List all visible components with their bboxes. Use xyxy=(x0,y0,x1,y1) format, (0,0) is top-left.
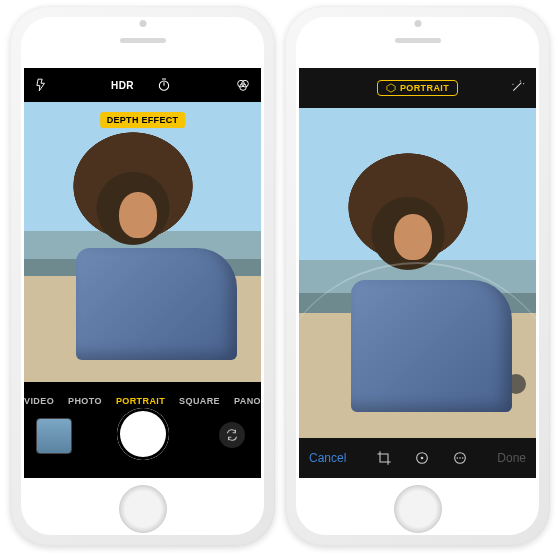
timer-icon[interactable] xyxy=(156,77,172,93)
front-camera-dot xyxy=(139,20,146,27)
svg-point-11 xyxy=(459,457,461,459)
shutter-button[interactable] xyxy=(117,408,169,460)
filters-icon[interactable] xyxy=(235,77,251,93)
depth-effect-badge: DEPTH EFFECT xyxy=(100,112,186,128)
mode-portrait[interactable]: PORTRAIT xyxy=(116,396,165,406)
phone-frame-right: NATURAL LIGHT PORTRAIT Cancel xyxy=(285,6,550,546)
svg-marker-6 xyxy=(387,84,395,92)
last-photo-thumbnail[interactable] xyxy=(36,418,72,454)
lighting-option-dot[interactable] xyxy=(486,362,506,382)
mode-square[interactable]: SQUARE xyxy=(179,396,220,406)
switch-camera-button[interactable] xyxy=(219,422,245,448)
phone-frame-left: HDR DEPTH EFFECT VIDEO PHOTO PORTRAIT SQ… xyxy=(10,6,275,546)
photo-edit-screen: NATURAL LIGHT PORTRAIT Cancel xyxy=(299,68,536,478)
magic-wand-icon[interactable] xyxy=(510,78,526,94)
lighting-selector-icon[interactable] xyxy=(403,344,433,374)
flash-icon[interactable] xyxy=(34,78,48,92)
done-button: Done xyxy=(497,451,526,465)
edit-bottombar: Cancel Done xyxy=(299,438,536,478)
natural-light-badge: NATURAL LIGHT xyxy=(372,316,462,332)
lighting-dial-arc[interactable] xyxy=(299,262,536,404)
subject-face xyxy=(394,214,432,260)
speaker-grille xyxy=(120,38,166,43)
edit-topbar: PORTRAIT xyxy=(299,68,536,108)
mode-photo[interactable]: PHOTO xyxy=(68,396,102,406)
svg-point-12 xyxy=(462,457,464,459)
svg-point-10 xyxy=(456,457,458,459)
hdr-toggle[interactable]: HDR xyxy=(111,80,134,91)
home-button[interactable] xyxy=(119,485,167,533)
home-button[interactable] xyxy=(394,485,442,533)
svg-point-5 xyxy=(415,356,421,362)
svg-point-8 xyxy=(420,457,423,460)
edit-photo-scene: NATURAL LIGHT xyxy=(299,108,536,438)
mode-pano[interactable]: PANO xyxy=(234,396,261,406)
cancel-button[interactable]: Cancel xyxy=(309,451,346,465)
svg-marker-4 xyxy=(406,346,430,372)
portrait-pill-label: PORTRAIT xyxy=(400,83,449,93)
mode-video[interactable]: VIDEO xyxy=(24,396,54,406)
front-camera-dot xyxy=(414,20,421,27)
face-detect-dot-icon xyxy=(468,370,476,378)
subject-face xyxy=(119,192,157,238)
speaker-grille xyxy=(395,38,441,43)
lighting-option-dot[interactable] xyxy=(506,374,526,394)
crop-icon[interactable] xyxy=(376,450,392,466)
adjust-icon[interactable] xyxy=(414,450,430,466)
portrait-mode-pill[interactable]: PORTRAIT xyxy=(377,80,458,96)
camera-topbar: HDR xyxy=(24,68,261,102)
face-detect-dot-icon xyxy=(480,382,488,390)
camera-mode-strip[interactable]: VIDEO PHOTO PORTRAIT SQUARE PANO xyxy=(24,396,261,406)
camera-app-screen: HDR DEPTH EFFECT VIDEO PHOTO PORTRAIT SQ… xyxy=(24,68,261,478)
more-icon[interactable] xyxy=(452,450,468,466)
viewfinder-scene xyxy=(24,102,261,382)
